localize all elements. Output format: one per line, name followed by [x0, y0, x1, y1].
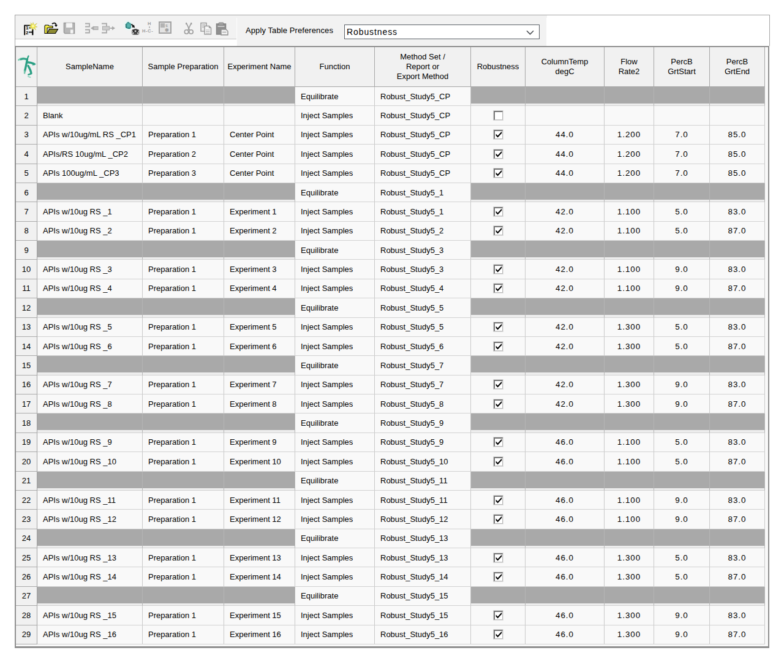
svg-text:2: 2	[26, 30, 29, 36]
svg-text:H: H	[148, 21, 151, 26]
svg-text:H-C-: H-C-	[142, 28, 153, 34]
svg-text:s: s	[165, 23, 168, 28]
svg-text:✱: ✱	[165, 28, 169, 33]
